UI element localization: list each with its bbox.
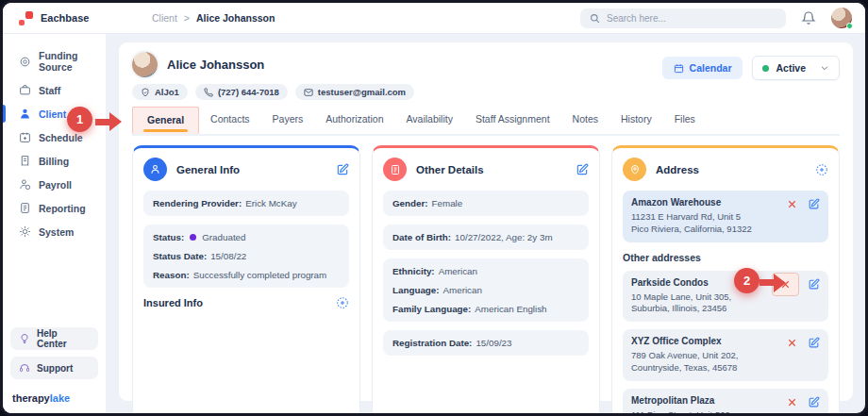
sidebar-item-schedule[interactable]: Schedule [3, 125, 106, 149]
tab-label: General [147, 114, 184, 125]
address-name: XYZ Office Complex [631, 336, 722, 346]
online-status-dot [846, 23, 853, 29]
address-line2: Suburbia, Illinois, 23456 [631, 303, 820, 315]
app-window: Eachbase Client > Alice Johansson Fundin… [3, 3, 865, 413]
client-tabs: General 1 Contacts Payers Authorization … [132, 107, 840, 136]
client-id-value: AlJo1 [155, 87, 179, 97]
sidebar-item-label: Schedule [39, 132, 83, 143]
registration-box: Registration Date:15/09/23 [383, 330, 589, 356]
sidebar-item-staff[interactable]: Staff [3, 78, 106, 102]
tab-staff-assignment[interactable]: Staff Assignment [464, 107, 561, 134]
tab-files[interactable]: Files [663, 107, 707, 134]
tab-general[interactable]: General 1 [132, 107, 199, 134]
sidebar-item-label: Client [39, 108, 66, 120]
annotation-arrow-2 [760, 274, 786, 292]
screenshot-frame: Eachbase Client > Alice Johansson Fundin… [0, 0, 868, 416]
other-address-metropolitan: Metropolitan Plaza 111 Pine Street, Unit… [623, 389, 828, 413]
client-avatar [132, 52, 158, 77]
client-email-badge: testuser@gmail.com [295, 84, 414, 100]
edit-general-info-icon[interactable] [336, 163, 349, 176]
reason-value: Successfully completed program [193, 270, 327, 280]
calendar-icon [674, 63, 684, 74]
gender-box: Gender:Female [383, 191, 589, 216]
sidebar-item-reporting[interactable]: Reporting [3, 196, 106, 220]
search-input[interactable] [607, 13, 776, 24]
sidebar-item-system[interactable]: System [3, 220, 106, 243]
brand[interactable]: Eachbase [3, 3, 107, 33]
address-name: Amazon Warehouse [631, 197, 721, 208]
receipt-icon [19, 155, 31, 167]
address-icon [623, 158, 646, 181]
edit-address-icon[interactable] [808, 396, 820, 408]
breadcrumb-parent[interactable]: Client [152, 12, 177, 24]
status-dropdown[interactable]: Active [752, 56, 840, 80]
add-insured-info-icon[interactable] [336, 296, 349, 309]
rendering-provider-value: Erick McKay [245, 198, 296, 208]
report-icon [19, 202, 31, 214]
brand-logo-icon [19, 11, 33, 25]
calendar-button-label: Calendar [690, 62, 732, 74]
client-badges: AlJo1 (727) 644-7018 testuser@gmail.com [132, 84, 414, 100]
tab-history[interactable]: History [609, 107, 663, 134]
help-center-button[interactable]: Help Center [10, 327, 98, 350]
edit-address-icon[interactable] [808, 198, 820, 210]
edit-address-icon[interactable] [808, 278, 820, 291]
search-box[interactable] [580, 8, 786, 28]
client-email-value: testuser@gmail.com [318, 87, 406, 97]
delete-address-icon[interactable] [785, 197, 799, 211]
sidebar-item-label: Billing [39, 156, 69, 167]
sidebar-item-label: Staff [39, 85, 60, 96]
annotation-arrow-1 [95, 112, 122, 131]
delete-address-icon[interactable] [785, 395, 799, 409]
shield-icon [141, 88, 150, 97]
topbar-right [580, 8, 865, 28]
address-line1: 111 Pine Street, Unit 502, [631, 409, 820, 413]
annotation-step-2: 2 [734, 268, 760, 293]
other-details-title: Other Details [416, 164, 484, 175]
add-address-icon[interactable] [815, 163, 828, 176]
client-panel: Alice Johansson AlJo1 (727) 644-7018 [118, 42, 854, 402]
main-area: Alice Johansson AlJo1 (727) 644-7018 [107, 34, 865, 413]
primary-address: Amazon Warehouse 11231 E Harvard Rd, Uni… [623, 191, 828, 242]
other-details-icon [383, 158, 407, 181]
tab-payers[interactable]: Payers [261, 107, 315, 134]
support-button[interactable]: Support [10, 357, 98, 379]
sidebar-item-payroll[interactable]: Payroll [3, 173, 106, 196]
dob-box: Date of Birth:10/27/2022, Age: 2y 3m [383, 225, 589, 250]
address-line1: 789 Oak Avenue, Unit 202, [631, 350, 820, 362]
help-bulb-icon [19, 333, 30, 344]
sidebar-item-label: System [39, 226, 74, 238]
search-icon [590, 13, 600, 24]
address-line1: 11231 E Harvard Rd, Unit 5 [631, 211, 820, 224]
calendar-plus-icon [19, 131, 31, 143]
client-id-badge: AlJo1 [132, 84, 188, 100]
tab-availability[interactable]: Availability [395, 107, 464, 134]
other-address-xyz: XYZ Office Complex 789 Oak Avenue, Unit … [623, 329, 828, 381]
sidebar-item-billing[interactable]: Billing [3, 149, 106, 173]
other-details-card: Other Details Gender:Female Date of Birt… [372, 145, 600, 413]
user-avatar[interactable] [831, 8, 852, 28]
breadcrumb-separator: > [184, 12, 190, 24]
delete-address-icon[interactable] [785, 336, 799, 350]
briefcase-icon [19, 84, 31, 96]
ethnicity-value: American [439, 266, 477, 276]
tab-contacts[interactable]: Contacts [199, 107, 260, 134]
phone-icon [204, 88, 213, 97]
notification-bell-icon[interactable] [801, 10, 816, 25]
brand-name: Eachbase [41, 12, 89, 24]
status-value: Graduated [202, 232, 245, 242]
tab-authorization[interactable]: Authorization [314, 107, 394, 134]
status-box: Status:Graduated Status Date:15/08/22 Re… [143, 225, 349, 288]
sidebar-item-label: Funding Source [39, 50, 106, 73]
tab-notes[interactable]: Notes [561, 107, 609, 134]
edit-other-details-icon[interactable] [576, 163, 589, 176]
edit-address-icon[interactable] [808, 337, 820, 349]
client-name: Alice Johansson [167, 58, 264, 72]
breadcrumb: Client > Alice Johansson [152, 12, 275, 24]
calendar-button[interactable]: Calendar [662, 57, 743, 79]
sidebar-item-funding-source[interactable]: Funding Source [3, 44, 106, 78]
other-addresses-heading: Other addresses [623, 252, 828, 263]
client-phone-badge: (727) 644-7018 [195, 84, 288, 100]
general-info-icon [143, 158, 167, 181]
other-address-parkside: Parkside Condos 10 Maple Lane, Unit 305,… [623, 271, 828, 323]
